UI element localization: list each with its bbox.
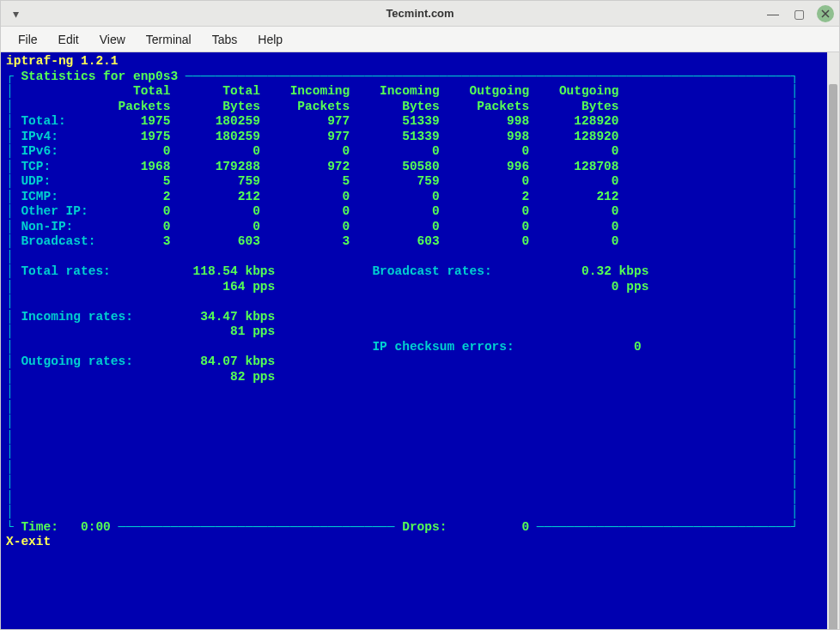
box-title: Statistics for enp0s3	[21, 70, 178, 83]
time-display: Time: 0:00	[14, 520, 119, 534]
row-data-broadcast: 3 603 3 603 0 0	[103, 234, 618, 248]
row-label-ipv4: IPv4:	[21, 130, 103, 143]
row-label-other: Other IP:	[21, 204, 103, 218]
checksum-label: IP checksum errors:	[372, 340, 596, 354]
row-data-nonip: 0 0 0 0 0 0	[103, 220, 618, 233]
outgoing-rates-label: Outgoing rates:	[21, 354, 148, 368]
maximize-button[interactable]: ▢	[791, 6, 807, 21]
row-data-ipv4: 1975 180259 977 51339 998 128920	[103, 130, 618, 143]
row-data-icmp: 2 212 0 0 2 212	[103, 190, 618, 203]
scrollbar[interactable]	[827, 52, 839, 630]
hdr-row2: Packets Bytes Packets Bytes Packets Byte…	[21, 100, 618, 113]
exit-hint: X-exit	[6, 535, 51, 548]
app-version: iptraf-ng 1.2.1	[6, 54, 119, 68]
incoming-rates-pps: 81 pps	[148, 324, 275, 338]
outgoing-rates-pps: 82 pps	[148, 370, 275, 384]
menu-file[interactable]: File	[9, 29, 46, 50]
broadcast-rates-label: Broadcast rates:	[372, 264, 536, 278]
row-data-other: 0 0 0 0 0 0	[103, 204, 618, 218]
menu-edit[interactable]: Edit	[50, 29, 88, 50]
total-rates-label: Total rates:	[21, 264, 148, 278]
scrollbar-thumb[interactable]	[829, 84, 837, 630]
row-data-tcp: 1968 179288 972 50580 996 128708	[103, 160, 618, 173]
incoming-rates-label: Incoming rates:	[21, 310, 148, 324]
row-label-broadcast: Broadcast:	[21, 234, 103, 248]
incoming-rates-kbps: 34.47 kbps	[148, 310, 275, 324]
menu-tabs[interactable]: Tabs	[204, 29, 247, 50]
dropdown-icon[interactable]: ▾	[8, 6, 23, 21]
terminal-area[interactable]: iptraf-ng 1.2.1┌ Statistics for enp0s3 ─…	[1, 52, 839, 630]
total-rates-pps: 164 pps	[148, 280, 275, 294]
row-label-udp: UDP:	[21, 174, 103, 188]
broadcast-rates-pps: 0 pps	[537, 280, 649, 294]
close-button[interactable]	[817, 5, 834, 22]
row-data-udp: 5 759 5 759 0 0	[103, 174, 618, 188]
menubar: File Edit View Terminal Tabs Help	[1, 27, 839, 52]
menu-help[interactable]: Help	[249, 29, 291, 50]
row-label-ipv6: IPv6:	[21, 144, 103, 158]
row-label-total: Total:	[21, 114, 103, 128]
total-rates-kbps: 118.54 kbps	[148, 264, 275, 278]
window-title: Tecmint.com	[386, 7, 453, 20]
broadcast-rates-kbps: 0.32 kbps	[537, 264, 649, 278]
row-data-ipv6: 0 0 0 0 0 0	[103, 144, 618, 158]
row-label-tcp: TCP:	[21, 160, 103, 173]
box-border-top: ┌	[6, 70, 21, 83]
menu-view[interactable]: View	[91, 29, 134, 50]
hdr-row1: Total Total Incoming Incoming Outgoing O…	[21, 84, 618, 98]
row-data-total: 1975 180259 977 51339 998 128920	[103, 114, 618, 128]
minimize-button[interactable]: —	[765, 6, 781, 21]
drops-display: Drops: 0	[394, 520, 536, 534]
titlebar: ▾ Tecmint.com — ▢	[1, 1, 839, 27]
row-label-icmp: ICMP:	[21, 190, 103, 203]
row-label-nonip: Non-IP:	[21, 220, 103, 233]
menu-terminal[interactable]: Terminal	[137, 29, 200, 50]
outgoing-rates-kbps: 84.07 kbps	[148, 354, 275, 368]
checksum-val: 0	[596, 340, 641, 354]
